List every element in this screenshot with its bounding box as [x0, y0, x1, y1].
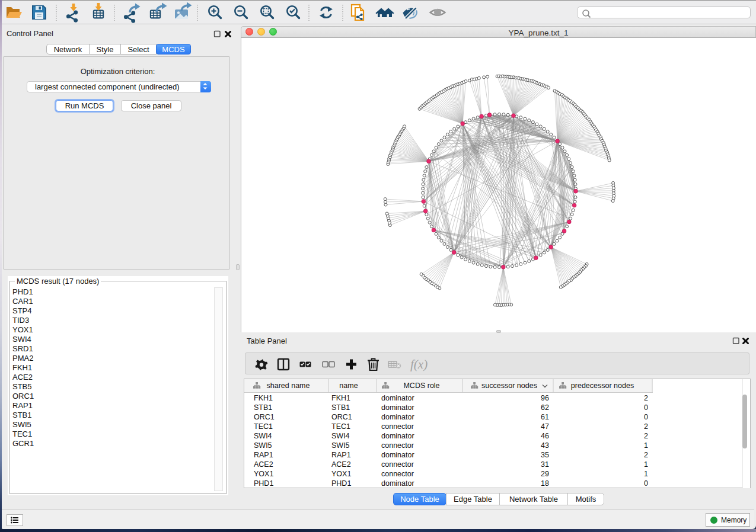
svg-text:f(x): f(x)	[410, 357, 428, 371]
